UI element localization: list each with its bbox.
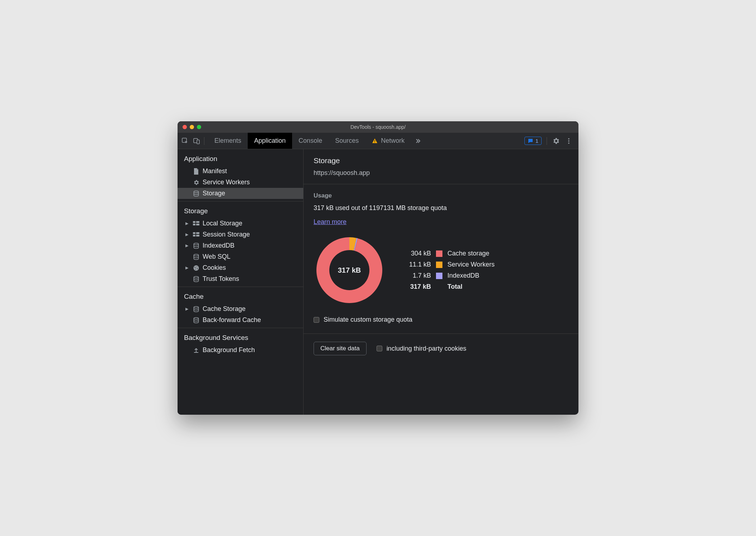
svg-point-21 (197, 266, 197, 267)
zoom-window-button[interactable] (197, 125, 201, 129)
svg-point-20 (195, 267, 196, 268)
learn-more-link[interactable]: Learn more (314, 218, 346, 225)
sidebar-item-trust-tokens[interactable]: ▶ Trust Tokens (178, 273, 303, 284)
svg-rect-11 (193, 224, 195, 225)
caret-icon: ▶ (185, 265, 190, 270)
legend-size: 317 kB (402, 283, 431, 291)
caret-icon: ▶ (185, 307, 190, 311)
devtools-window: DevTools - squoosh.app/ Elements Applica… (178, 121, 578, 415)
sidebar-heading: Background Services (178, 332, 303, 345)
warning-icon (372, 138, 378, 144)
titlebar: DevTools - squoosh.app/ (178, 121, 578, 133)
svg-point-24 (194, 276, 199, 278)
legend-label: Service Workers (447, 261, 495, 268)
simulate-quota-checkbox[interactable] (314, 317, 319, 323)
sidebar-item-bf-cache[interactable]: ▶ Back-forward Cache (178, 315, 303, 326)
sidebar-item-cache-storage[interactable]: ▶ Cache Storage (178, 303, 303, 315)
third-party-checkbox[interactable] (377, 346, 382, 351)
sidebar-item-service-workers[interactable]: ▶ Service Workers (178, 177, 303, 188)
caret-icon: ▶ (185, 243, 190, 248)
sidebar-item-label: Web SQL (203, 253, 231, 260)
upload-icon (193, 347, 200, 354)
issues-badge[interactable]: 1 (524, 137, 542, 145)
page-title: Storage (314, 156, 568, 165)
sidebar-section-application: Application ▶ Manifest ▶ Service Workers (178, 149, 303, 201)
devtools-toolbar: Elements Application Console Sources Net… (178, 133, 578, 149)
svg-point-25 (194, 306, 199, 308)
document-icon (193, 168, 200, 175)
clear-site-data-button[interactable]: Clear site data (314, 342, 367, 355)
tab-sources[interactable]: Sources (329, 133, 365, 149)
legend-row-cache-storage: 304 kB Cache storage (402, 250, 495, 257)
sidebar-item-cookies[interactable]: ▶ Cookies (178, 262, 303, 273)
database-icon (193, 242, 200, 249)
main-header: Storage https://squoosh.app (304, 149, 578, 184)
gear-icon (193, 179, 200, 186)
toolbar-left (178, 133, 208, 149)
svg-rect-3 (374, 140, 375, 141)
usage-chart-row: 317 kB 304 kB Cache storage 11.1 kB Serv… (314, 234, 568, 306)
toolbar-divider (547, 137, 547, 145)
chat-icon (528, 138, 533, 144)
svg-point-7 (568, 142, 570, 144)
inspect-element-icon[interactable] (181, 137, 189, 145)
sidebar-item-label: Session Storage (203, 231, 250, 238)
sidebar-item-manifest[interactable]: ▶ Manifest (178, 166, 303, 177)
sidebar-item-label: Local Storage (203, 220, 242, 227)
sidebar-item-session-storage[interactable]: ▶ Session Storage (178, 229, 303, 240)
sidebar-item-label: Back-forward Cache (203, 316, 261, 324)
cookie-icon (193, 264, 200, 272)
sidebar-item-label: IndexedDB (203, 242, 234, 249)
device-toggle-icon[interactable] (193, 137, 200, 145)
sidebar-item-indexeddb[interactable]: ▶ IndexedDB (178, 240, 303, 251)
devtools-body: Application ▶ Manifest ▶ Service Workers (178, 149, 578, 415)
tab-label: Application (254, 137, 286, 145)
caret-icon: ▶ (185, 221, 190, 226)
table-icon (193, 220, 200, 227)
third-party-label: including third-party cookies (387, 345, 466, 352)
tabs-overflow-button[interactable] (411, 133, 425, 149)
tab-label: Elements (214, 137, 241, 145)
toolbar-divider (204, 137, 204, 145)
svg-rect-16 (196, 235, 199, 237)
svg-point-19 (194, 265, 199, 271)
tab-label: Sources (335, 137, 359, 145)
legend-label: Total (447, 283, 462, 291)
database-icon (193, 306, 200, 313)
simulate-quota-row: Simulate custom storage quota (314, 316, 568, 323)
svg-rect-9 (193, 221, 195, 223)
sidebar-section-storage: Storage ▶ Local Storage ▶ Session Storag… (178, 201, 303, 287)
svg-point-26 (194, 317, 199, 319)
svg-rect-13 (193, 232, 195, 234)
tab-console[interactable]: Console (292, 133, 329, 149)
close-window-button[interactable] (183, 125, 187, 129)
svg-rect-12 (196, 224, 199, 225)
sidebar-item-storage[interactable]: ▶ Storage (178, 188, 303, 199)
tab-application[interactable]: Application (248, 133, 292, 149)
svg-rect-4 (374, 142, 375, 142)
sidebar-item-background-fetch[interactable]: ▶ Background Fetch (178, 345, 303, 356)
svg-point-22 (197, 268, 198, 269)
sidebar-heading: Application (178, 153, 303, 166)
usage-heading: Usage (314, 192, 568, 199)
minimize-window-button[interactable] (190, 125, 194, 129)
toolbar-right: 1 (524, 133, 578, 149)
sidebar-heading: Cache (178, 291, 303, 303)
usage-legend: 304 kB Cache storage 11.1 kB Service Wor… (402, 250, 495, 291)
main-panel: Storage https://squoosh.app Usage 317 kB… (304, 149, 578, 415)
window-title: DevTools - squoosh.app/ (178, 124, 578, 130)
kebab-menu-icon[interactable] (565, 137, 573, 145)
sidebar-item-web-sql[interactable]: ▶ Web SQL (178, 251, 303, 262)
settings-icon[interactable] (552, 137, 560, 145)
svg-point-18 (194, 254, 199, 256)
sidebar-section-cache: Cache ▶ Cache Storage ▶ Back-forward Cac… (178, 287, 303, 328)
svg-rect-2 (197, 140, 199, 144)
sidebar-item-local-storage[interactable]: ▶ Local Storage (178, 218, 303, 229)
database-icon (193, 253, 200, 260)
tab-network[interactable]: Network (365, 133, 411, 149)
svg-point-8 (194, 191, 199, 193)
tab-elements[interactable]: Elements (208, 133, 248, 149)
issues-count: 1 (536, 138, 538, 144)
svg-rect-14 (196, 232, 199, 234)
svg-point-17 (194, 243, 199, 245)
